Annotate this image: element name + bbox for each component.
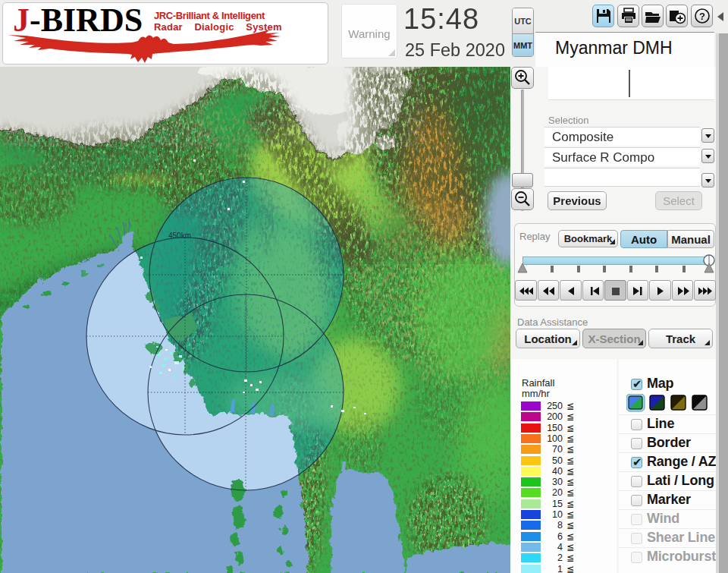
svg-text:450km: 450km bbox=[168, 231, 191, 240]
svg-text:?: ? bbox=[699, 11, 705, 22]
